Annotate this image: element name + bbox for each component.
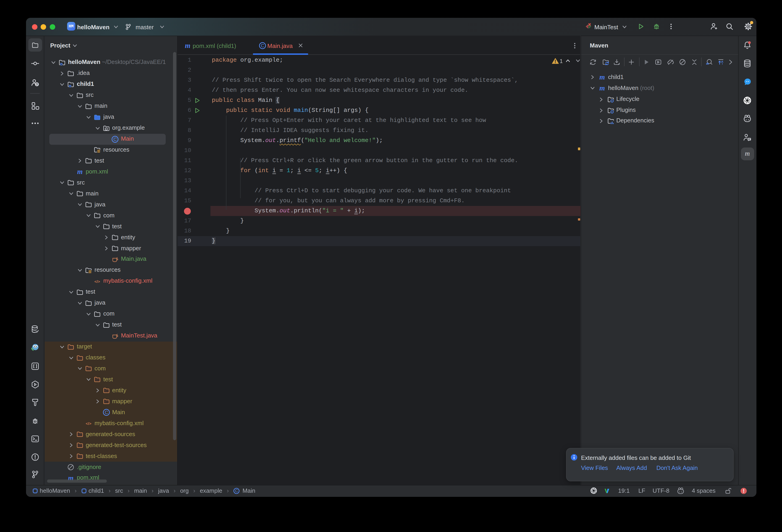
svg-text:C: C <box>113 137 117 142</box>
svg-text:</>: </> <box>86 421 92 426</box>
svg-text:C: C <box>235 489 238 493</box>
svg-text:m: m <box>599 73 605 81</box>
svg-text:</>: </> <box>95 279 100 284</box>
svg-text:C: C <box>105 410 108 415</box>
svg-text:C: C <box>261 43 264 48</box>
svg-text:m: m <box>599 84 605 92</box>
svg-text:m: m <box>77 168 82 176</box>
svg-text:m: m <box>745 149 750 157</box>
svg-text:m: m <box>185 42 190 49</box>
svg-text:?: ? <box>36 82 38 86</box>
